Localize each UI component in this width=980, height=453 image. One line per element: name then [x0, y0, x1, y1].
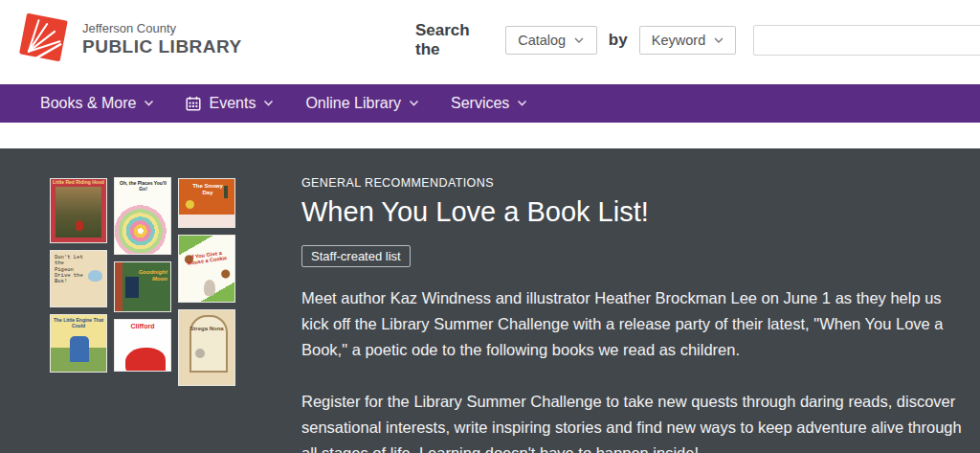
book-cover-clifford[interactable]: Clifford: [114, 319, 171, 372]
chevron-down-icon: [517, 100, 527, 107]
search-field-select[interactable]: Keyword: [639, 26, 737, 55]
book-list-content: GENERAL RECOMMENDATIONS When You Love a …: [301, 176, 971, 453]
category-eyebrow: GENERAL RECOMMENDATIONS: [301, 176, 971, 190]
chevron-down-icon: [144, 100, 154, 107]
nav-label: Events: [209, 95, 256, 112]
book-cover-title: Oh, the Places You'll Go!: [118, 181, 168, 193]
chevron-down-icon: [714, 37, 724, 44]
nav-item-books-and-more[interactable]: Books & More: [40, 95, 154, 112]
main-nav: Books & More Events Online Library Servi…: [0, 84, 980, 123]
search-scope-value: Catalog: [518, 33, 566, 48]
book-cover-strega-nona[interactable]: Strega Nona: [178, 309, 235, 386]
book-cover-title: Goodnight Moon: [129, 269, 167, 283]
logo-name-line: PUBLIC LIBRARY: [82, 36, 242, 57]
description-paragraph-2: Register for the Library Summer Challeng…: [301, 389, 971, 453]
nav-item-services[interactable]: Services: [451, 95, 527, 112]
description-paragraph-1: Meet author Kaz Windness and illustrator…: [301, 285, 971, 363]
library-logo-icon: [11, 6, 75, 73]
book-cover-little-red-riding-hood[interactable]: Little Red Riding Hood: [50, 178, 107, 243]
page-title: When You Love a Book List!: [301, 196, 971, 228]
chevron-down-icon: [574, 37, 584, 44]
logo-text: Jefferson County PUBLIC LIBRARY: [82, 21, 242, 57]
book-cover-title: Don't Let the Pigeon Drive the Bus!: [55, 255, 83, 285]
search-field-value: Keyword: [652, 33, 705, 48]
site-header: Jefferson County PUBLIC LIBRARY Search t…: [0, 0, 980, 84]
staff-created-list-badge: Staff-created list: [301, 245, 411, 267]
search-input[interactable]: [753, 25, 980, 56]
book-cover-if-you-give-a-mouse-a-cookie[interactable]: If You Give a Mouse a Cookie: [178, 235, 235, 303]
book-cover-the-snowy-day[interactable]: The Snowy Day: [178, 178, 235, 228]
book-cover-dont-let-the-pigeon-drive-the-bus[interactable]: Don't Let the Pigeon Drive the Bus!: [50, 250, 107, 307]
book-cover-title: The Snowy Day: [191, 183, 224, 196]
nav-item-events[interactable]: Events: [186, 95, 274, 112]
header-spacer: [0, 123, 980, 148]
book-cover-title: Strega Nona: [179, 326, 234, 332]
search-scope-select[interactable]: Catalog: [505, 26, 597, 55]
library-logo[interactable]: Jefferson County PUBLIC LIBRARY: [11, 6, 242, 73]
book-cover-title: If You Give a Mouse a Cookie: [183, 249, 230, 267]
book-grid-column: Oh, the Places You'll Go! Goodnight Moon…: [114, 177, 171, 386]
book-cover-title: The Little Engine That Could: [51, 318, 106, 329]
logo-region-line: Jefferson County: [82, 21, 242, 35]
book-cover-title: Clifford: [115, 323, 170, 330]
book-grid-column: The Snowy Day If You Give a Mouse a Cook…: [178, 178, 235, 386]
search-the-label: Search the: [415, 21, 494, 59]
chevron-down-icon: [263, 100, 274, 107]
book-list-hero: Little Red Riding Hood Don't Let the Pig…: [0, 148, 980, 453]
book-cover-title: Little Red Riding Hood: [51, 180, 106, 186]
catalog-search-bar: Search the Catalog by Keyword: [415, 21, 980, 59]
calendar-icon: [186, 96, 201, 111]
book-cover-grid: Little Red Riding Hood Don't Let the Pig…: [50, 178, 235, 386]
chevron-down-icon: [409, 100, 419, 107]
nav-label: Services: [451, 95, 509, 112]
nav-label: Books & More: [40, 95, 136, 112]
book-grid-column: Little Red Riding Hood Don't Let the Pig…: [50, 178, 107, 386]
nav-label: Online Library: [305, 95, 401, 112]
book-cover-the-little-engine-that-could[interactable]: The Little Engine That Could: [50, 314, 107, 373]
nav-item-online-library[interactable]: Online Library: [305, 95, 419, 112]
book-cover-oh-the-places-youll-go[interactable]: Oh, the Places You'll Go!: [114, 177, 171, 255]
book-cover-goodnight-moon[interactable]: Goodnight Moon: [114, 261, 171, 312]
search-by-label: by: [609, 31, 628, 50]
